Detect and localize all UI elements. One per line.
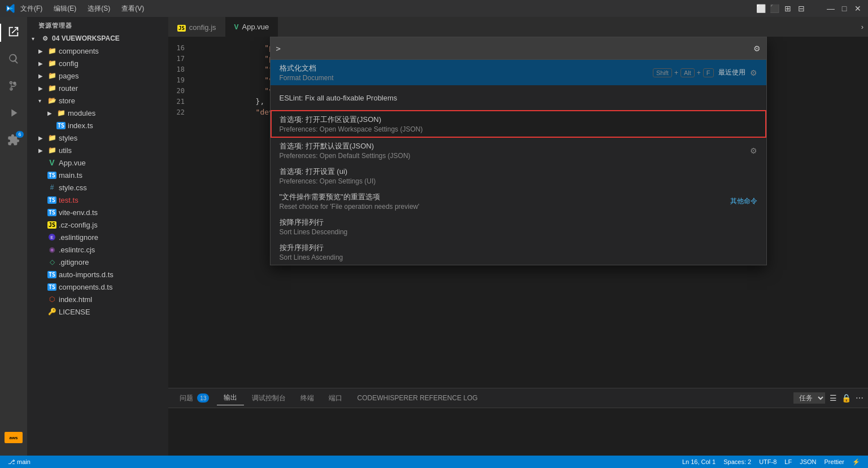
layout-btn-1[interactable]: ⬜ [756,4,765,13]
html-icon: ⬡ [47,295,56,304]
panel-tab-problems[interactable]: 问题 13 [173,391,216,405]
tab-app-vue[interactable]: V App.vue [225,17,278,37]
command-workspace-en: Preferences: Open Workspace Settings (JS… [280,125,423,133]
panel-tab-output[interactable]: 输出 [217,391,244,405]
label-config: config [59,59,78,68]
panel-lock-icon[interactable]: 🔒 [841,393,851,403]
tree-test-ts[interactable]: ▶ TS test.ts [27,194,168,206]
other-commands-link[interactable]: 其他命令 [730,196,757,206]
command-item-settings-ui[interactable]: 首选项: 打开设置 (ui) Preferences: Open Setting… [271,163,766,189]
status-language[interactable]: JSON [796,458,819,466]
command-item-format[interactable]: 格式化文档 Format Document Shift + Alt + F [271,60,766,85]
tree-styles[interactable]: ▶ 📁 styles [27,132,168,144]
command-item-workspace-settings[interactable]: 首选项: 打开工作区设置(JSON) Preferences: Open Wor… [271,110,766,138]
shortcut-plus-2: + [697,69,701,77]
command-item-eslint-fix[interactable]: ESLint: Fix all auto-fixable Problems [271,85,766,110]
folder-pages-icon: 📁 [47,71,56,80]
command-item-default-settings[interactable]: 首选项: 打开默认设置(JSON) Preferences: Open Defa… [271,138,766,163]
panel-more-icon[interactable]: ⋯ [856,393,863,403]
menu-select[interactable]: 选择(S) [83,3,115,15]
panel-list-icon[interactable]: ☰ [830,393,837,403]
tree-app-vue[interactable]: ▶ V App.vue [27,156,168,169]
tree-store[interactable]: ▾ 📂 store [27,94,168,107]
activity-aws[interactable]: aws [0,424,27,451]
tree-cz-config[interactable]: ▶ JS .cz-config.js [27,218,168,231]
command-format-zh: 格式化文档 [280,63,334,73]
tab-config-js[interactable]: JS config.js [168,17,225,37]
close-button[interactable]: ✕ [853,4,862,13]
tree-modules[interactable]: ▶ 📁 modules [27,107,168,119]
command-default-en: Preferences: Open Default Settings (JSON… [280,152,411,160]
tree-style-css[interactable]: ▶ # style.css [27,181,168,194]
activity-source-control[interactable] [0,73,27,100]
minimize-button[interactable]: — [826,4,835,13]
status-encoding[interactable]: UTF-8 [756,458,780,466]
ts-vite-icon: TS [47,208,56,217]
panel-tabs: 问题 13 输出 调试控制台 终端 端口 CODEWHISPERER REFER… [168,388,868,408]
command-format-shortcut: Shift + Alt + F [653,68,714,77]
status-spaces[interactable]: Spaces: 2 [720,458,754,466]
activity-explorer[interactable] [0,19,27,46]
activity-run[interactable] [0,100,27,128]
status-notification[interactable]: ⚡ [849,458,863,466]
command-format-gear[interactable]: ⚙ [750,68,757,77]
git-ignore-icon: ◇ [47,257,56,266]
command-item-sort-desc[interactable]: 按降序排列行 Sort Lines Descending [271,214,766,239]
tree-pages[interactable]: ▶ 📁 pages [27,69,168,82]
menu-edit[interactable]: 编辑(E) [49,3,81,15]
status-bar: ⎇ main Ln 16, Col 1 Spaces: 2 UTF-8 LF J… [0,456,868,468]
label-app-vue: App.vue [59,159,86,167]
tree-auto-imports[interactable]: ▶ TS auto-imports.d.ts [27,268,168,281]
tab-more-button[interactable]: › [857,17,868,37]
command-item-sort-asc[interactable]: 按升序排列行 Sort Lines Ascending [271,239,766,265]
menu-file[interactable]: 文件(F) [16,3,47,15]
layout-btn-2[interactable]: ⬛ [770,4,779,13]
css-icon: # [47,183,56,192]
status-branch[interactable]: ⎇ main [5,458,34,466]
command-search-input[interactable] [284,44,753,53]
problems-badge: 13 [197,393,209,403]
tree-index-html[interactable]: ▶ ⬡ index.html [27,293,168,305]
label-eslintignore: .eslintignore [59,233,98,242]
tree-store-index[interactable]: ▶ TS index.ts [27,119,168,132]
tree-main-ts[interactable]: ▶ TS main.ts [27,169,168,181]
panel-tab-terminal[interactable]: 终端 [294,391,321,405]
tree-components[interactable]: ▶ 📁 components [27,45,168,57]
panel-tab-codewhisperer[interactable]: CODEWHISPERER REFERENCE LOG [350,392,484,404]
command-format-right: Shift + Alt + F 最近使用 ⚙ [653,68,757,77]
tree-workspace-root[interactable]: ▾ ⚙ 04 VUEWORKSPACE [27,32,168,45]
layout-btn-3[interactable]: ⊞ [783,4,792,13]
command-default-gear[interactable]: ⚙ [750,146,757,155]
status-position[interactable]: Ln 16, Col 1 [679,458,719,466]
status-formatter[interactable]: Prettier [821,458,848,466]
maximize-button[interactable]: □ [840,4,849,13]
eslintrc-icon: ◉ [47,245,56,254]
status-eol[interactable]: LF [781,458,795,466]
tree-eslintrc[interactable]: ▶ ◉ .eslintrc.cjs [27,243,168,256]
tree-eslintignore[interactable]: ▶ E .eslintignore [27,231,168,243]
task-select[interactable]: 任务 [793,392,825,404]
tree-vite-env[interactable]: ▶ TS vite-env.d.ts [27,206,168,218]
panel-tab-debug-console[interactable]: 调试控制台 [245,391,293,405]
activity-extensions[interactable]: 6 [0,128,27,155]
tree-router[interactable]: ▶ 📁 router [27,82,168,94]
content-area: JS config.js V App.vue › 16 "pinia": "2.… [168,17,868,456]
command-settings-gear[interactable]: ⚙ [753,44,761,53]
tab-config-js-label: config.js [189,23,216,32]
js-tab-icon: JS [177,23,186,32]
tree-utils[interactable]: ▶ 📁 utils [27,144,168,156]
branch-name: main [17,458,30,465]
label-test-ts: test.ts [59,196,78,204]
tree-components-d-ts[interactable]: ▶ TS components.d.ts [27,281,168,293]
tree-license[interactable]: ▶ 🔑 LICENSE [27,305,168,318]
label-styles: styles [59,134,77,142]
label-cz-config: .cz-config.js [59,221,98,229]
command-item-reset-file-op[interactable]: "文件操作需要预览"的重置选项 Reset choice for 'File o… [271,189,766,214]
tree-config[interactable]: ▶ 📁 config [27,57,168,69]
tree-gitignore[interactable]: ▶ ◇ .gitignore [27,256,168,268]
panel-tab-ports[interactable]: 端口 [322,391,349,405]
activity-search[interactable] [0,46,27,73]
layout-btn-4[interactable]: ⊟ [797,4,806,13]
menu-view[interactable]: 查看(V) [117,3,149,15]
arrow-router: ▶ [38,85,47,91]
